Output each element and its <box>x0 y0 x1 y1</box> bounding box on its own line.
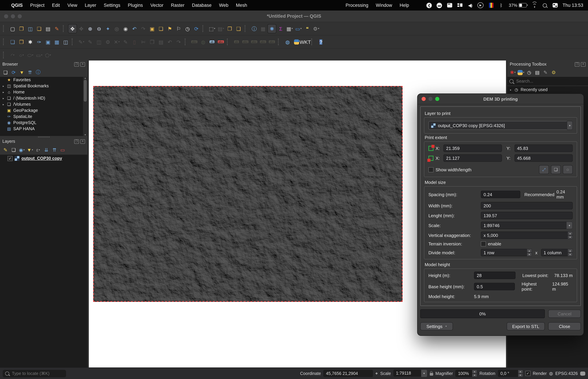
toolbar-grip[interactable] <box>63 25 66 32</box>
menu-item[interactable]: Database <box>188 3 215 8</box>
zoom-to-selection-icon[interactable]: ❏ <box>156 24 165 33</box>
layer-diagram-icon[interactable]: ◍ <box>199 37 208 47</box>
location-services-icon[interactable]: ❮ <box>426 2 432 8</box>
extent-y2-field[interactable]: 45.668 <box>514 154 573 162</box>
scale-combo[interactable]: 1:79118 <box>393 369 421 377</box>
cut-features-icon[interactable]: ✄ <box>139 37 148 47</box>
zoom-next-icon[interactable]: ↷ <box>139 24 148 33</box>
extent-y1-field[interactable]: 45.83 <box>514 144 573 152</box>
vexag-spin-buttons[interactable]: ▲▼ <box>568 232 573 239</box>
settings-button[interactable]: Settings▾ <box>420 322 453 330</box>
run-feature-action-icon[interactable]: ▦ <box>259 24 268 33</box>
toolbar-grip[interactable] <box>3 38 6 45</box>
browser-tree-item[interactable]: ▣ GeoPackage <box>0 107 87 113</box>
metasearch-icon[interactable]: ◍ <box>283 37 292 47</box>
toolbox-tree-item[interactable]: ▸ ◷ Recently used <box>507 86 588 94</box>
options-icon[interactable]: ⚙ <box>550 69 557 76</box>
browser-tree-item[interactable]: ◉ PostgreSQL <box>0 120 87 126</box>
current-edits-icon[interactable]: ✎ ▾ <box>77 37 86 47</box>
data-source-manager-icon[interactable]: ❏ <box>8 37 17 47</box>
pan-map-icon[interactable]: ✥ <box>68 24 77 33</box>
close-panel-button[interactable]: ✕ <box>80 62 85 66</box>
edit-label-icon[interactable]: abc <box>268 37 276 47</box>
expand-arrow-icon[interactable]: ▸ <box>509 88 512 91</box>
new-print-layout-icon[interactable]: ❏ <box>35 24 44 33</box>
draw-extent-button[interactable]: ◌ <box>563 165 573 174</box>
new-virtual-layer-icon[interactable]: ▦ <box>52 37 61 47</box>
deselect-features-icon[interactable]: ❐ <box>225 24 234 33</box>
toolbar-grip[interactable] <box>3 25 6 32</box>
layer-visibility-checkbox[interactable]: ✓ <box>7 156 13 161</box>
wifi-icon[interactable] <box>532 3 537 7</box>
layout-manager-icon[interactable]: ▤ <box>44 24 52 33</box>
menu-item[interactable]: Plugins <box>124 3 147 8</box>
filter-browser-icon[interactable]: ▼ <box>18 69 26 76</box>
menu-item[interactable]: View <box>64 3 81 8</box>
magnifier-spin-buttons[interactable]: ▲▼ <box>472 370 477 377</box>
height-field[interactable]: 28 <box>474 272 516 279</box>
terrain-inversion-checkbox[interactable] <box>481 241 486 246</box>
add-selected-layer-icon[interactable]: ❏ <box>2 69 9 76</box>
stage-manager-icon[interactable] <box>457 3 462 7</box>
vertical-exaggeration-spinner[interactable]: x 5,000 <box>481 232 568 239</box>
browser-scrollbar[interactable]: ▲▼ <box>83 77 87 136</box>
move-label-icon[interactable]: ab <box>232 37 241 47</box>
rotation-spinner[interactable]: 0,0 ° <box>498 370 518 377</box>
scale-lock-icon[interactable] <box>430 373 433 375</box>
expand-arrow-icon[interactable]: ▸ <box>2 103 5 106</box>
toolbar-grip[interactable] <box>311 38 315 45</box>
collapse-all-icon[interactable]: ⇈ <box>26 69 34 76</box>
crs-status[interactable]: EPSG:4326 <box>555 371 578 376</box>
coordinate-field[interactable]: 45,7656 21,2904 <box>323 370 373 377</box>
browser-tree-item[interactable]: ▸ ❏ /Volumes <box>0 101 87 107</box>
delete-selected-icon[interactable]: ▯ <box>130 37 139 47</box>
toolbox-search-input[interactable] <box>516 79 586 84</box>
menu-item[interactable]: Help <box>396 3 413 8</box>
extent-x2-field[interactable]: 21.127 <box>443 154 502 162</box>
edit-features-inplace-icon[interactable]: ✎ <box>542 69 549 76</box>
identify-features-icon[interactable]: ⓘ <box>250 24 259 33</box>
pan-to-selection-icon[interactable]: ✥ <box>77 24 86 33</box>
wkt-icon[interactable]: WKT <box>301 37 310 47</box>
toolbar-grip[interactable] <box>202 25 206 32</box>
properties-icon[interactable]: ⓘ <box>34 69 42 76</box>
add-vector-layer-icon[interactable]: ❐ <box>17 37 26 47</box>
toolbar-grip[interactable] <box>185 38 188 45</box>
control-center-icon[interactable] <box>553 3 557 7</box>
scale-dropdown[interactable]: ▼ <box>421 369 427 377</box>
layer-combo-dropdown[interactable]: ▼ <box>567 121 573 130</box>
keyboard-layout-flag-icon[interactable] <box>489 3 493 8</box>
show-bookmarks-icon[interactable]: ⚐ <box>174 24 183 33</box>
divide-cols-spinner[interactable]: 1 column <box>541 249 568 256</box>
circle-icon[interactable]: ○ ▾ <box>17 50 26 60</box>
history-icon[interactable]: ◷ <box>525 69 533 76</box>
screen-play-icon[interactable]: ▶ <box>477 2 484 8</box>
save-project-icon[interactable]: ◫ <box>26 24 35 33</box>
menu-item[interactable]: Layer <box>81 3 100 8</box>
measure-icon[interactable]: ▭ ▾ <box>294 24 303 33</box>
circular-string-icon[interactable]: ◜ ▾ <box>8 50 17 60</box>
menu-item[interactable]: Mesh <box>232 3 251 8</box>
expand-arrow-icon[interactable]: ▸ <box>2 84 5 88</box>
browser-tree-item[interactable]: ▧ SAP HANA <box>0 126 87 132</box>
menu-app-qgis[interactable]: QGIS <box>7 3 27 8</box>
close-panel-button[interactable]: ✕ <box>581 62 586 66</box>
processing-toolbox-icon[interactable]: ✺ <box>268 24 276 33</box>
filter-legend-icon[interactable]: ▼▾ <box>26 146 34 154</box>
browser-tree-item[interactable]: ★ Favorites <box>0 77 87 83</box>
help-icon[interactable]: ? <box>317 37 325 47</box>
expand-all-icon[interactable]: ⇊ <box>43 146 50 154</box>
menu-item[interactable]: Raster <box>167 3 188 8</box>
collapse-all-icon[interactable]: ⇈ <box>51 146 58 154</box>
spotlight-icon[interactable] <box>542 2 548 8</box>
zoom-to-layer-icon[interactable]: ▣ <box>148 24 156 33</box>
new-geopackage-layer-icon[interactable]: ▣ <box>44 37 52 47</box>
mouse-extent-icon[interactable]: ⌖ <box>375 371 378 376</box>
filter-by-expression-icon[interactable]: ε▾ <box>34 146 42 154</box>
toolbar-grip[interactable] <box>72 38 75 45</box>
custom-actions-icon[interactable]: ⚙ ▾ <box>312 24 320 33</box>
rows-spin-buttons[interactable]: ▲▼ <box>527 249 532 256</box>
export-to-stl-button[interactable]: Export to STL <box>507 322 545 330</box>
new-shapefile-layer-icon[interactable]: ✱ <box>26 37 35 47</box>
zoom-in-icon[interactable]: ⊕ <box>86 24 95 33</box>
